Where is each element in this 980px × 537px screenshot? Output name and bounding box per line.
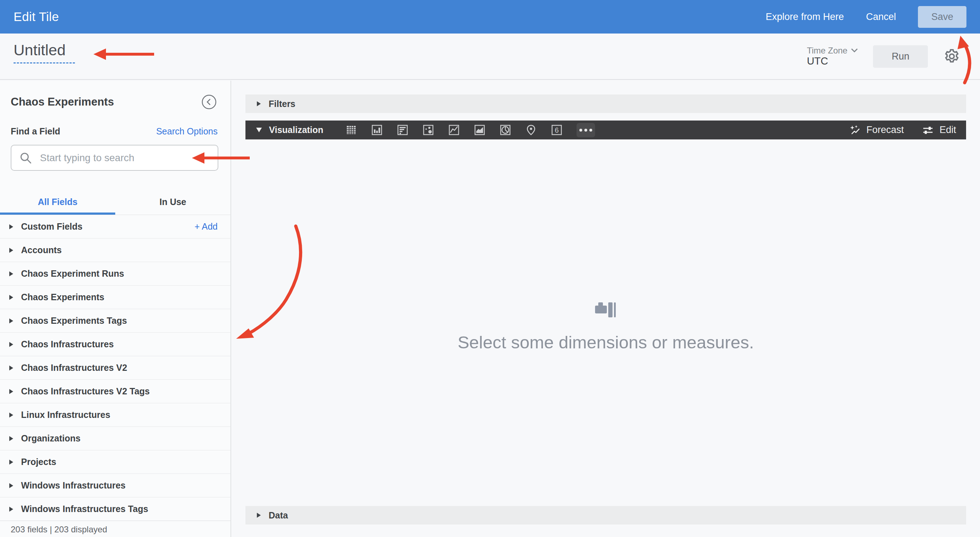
- settings-gear-icon[interactable]: [943, 48, 961, 65]
- tab-in-use[interactable]: In Use: [115, 187, 231, 214]
- caret-right-icon: [257, 101, 261, 106]
- caret-right-icon: [9, 507, 13, 512]
- field-group-row[interactable]: Chaos Infrastructures: [0, 333, 231, 356]
- viz-more-options-icon[interactable]: [576, 123, 595, 137]
- explore-main-area: Filters Visualization: [232, 81, 980, 537]
- field-group-label: Organizations: [21, 433, 81, 443]
- viz-type-picker: 6: [345, 121, 595, 140]
- viz-scatter-plot-icon[interactable]: [422, 124, 434, 136]
- forecast-sparkle-icon: [849, 124, 861, 136]
- page-title: Edit Tile: [14, 10, 59, 24]
- viz-empty-state: Select some dimensions or measures.: [245, 302, 966, 352]
- caret-right-icon: [9, 248, 13, 253]
- tune-sliders-icon: [922, 124, 934, 136]
- field-count-footer: 203 fields | 203 displayed: [0, 521, 231, 537]
- field-group-label: Windows Infrastructures: [21, 480, 126, 491]
- field-group-row[interactable]: Accounts: [0, 238, 231, 262]
- explore-title: Chaos Experiments: [11, 95, 114, 108]
- field-group-row[interactable]: Projects: [0, 450, 231, 474]
- field-group-label: Accounts: [21, 245, 62, 255]
- viz-column-chart-icon[interactable]: [371, 124, 383, 136]
- field-group-row[interactable]: Chaos Infrastructures V2: [0, 356, 231, 380]
- caret-right-icon: [9, 365, 13, 370]
- visualization-panel-header[interactable]: Visualization: [245, 121, 966, 140]
- search-options-link[interactable]: Search Options: [156, 126, 218, 137]
- header-actions: Explore from Here Cancel Save: [765, 6, 966, 28]
- search-icon: [19, 151, 32, 164]
- run-button[interactable]: Run: [873, 45, 928, 68]
- save-button[interactable]: Save: [918, 6, 966, 28]
- viz-toolbar-right: Forecast Edit: [849, 121, 956, 140]
- chevron-left-circle-icon: [201, 94, 217, 110]
- caret-right-icon: [9, 224, 13, 229]
- caret-right-icon: [9, 436, 13, 441]
- timezone-label: Time Zone: [807, 46, 848, 56]
- caret-right-icon: [9, 342, 13, 347]
- field-group-row[interactable]: Linux Infrastructures: [0, 403, 231, 427]
- visualization-label: Visualization: [269, 125, 323, 135]
- viz-area-chart-icon[interactable]: [474, 124, 485, 136]
- forecast-button[interactable]: Forecast: [849, 124, 904, 136]
- filters-label: Filters: [269, 99, 295, 109]
- field-group-label: Linux Infrastructures: [21, 410, 110, 420]
- edit-visualization-button[interactable]: Edit: [922, 124, 956, 136]
- collapse-sidebar-button[interactable]: [201, 94, 217, 110]
- caret-right-icon: [9, 295, 13, 300]
- app-header: Edit Tile Explore from Here Cancel Save: [0, 0, 980, 33]
- field-group-label: Chaos Experiments: [21, 292, 104, 302]
- viz-map-icon[interactable]: [525, 124, 537, 136]
- caret-down-icon: [256, 128, 262, 132]
- find-a-field-label: Find a Field: [11, 126, 60, 137]
- cancel-button[interactable]: Cancel: [866, 11, 896, 22]
- field-search-input[interactable]: [40, 152, 210, 164]
- viz-bar-chart-icon[interactable]: [397, 124, 409, 136]
- field-group-row[interactable]: Chaos Experiments Tags: [0, 309, 231, 333]
- caret-right-icon: [9, 318, 13, 323]
- explore-from-here-button[interactable]: Explore from Here: [765, 11, 844, 22]
- tile-title-input[interactable]: Untitled: [14, 41, 75, 64]
- field-count-text: 203 fields | 203 displayed: [11, 524, 107, 534]
- svg-text:6: 6: [555, 126, 559, 134]
- data-label: Data: [269, 510, 288, 521]
- edit-label: Edit: [939, 124, 956, 135]
- viz-table-icon[interactable]: [345, 124, 357, 136]
- field-tabs: All Fields In Use: [0, 187, 231, 214]
- viz-line-chart-icon[interactable]: [448, 124, 460, 136]
- field-group-label: Chaos Infrastructures V2: [21, 363, 127, 373]
- field-group-label: Chaos Experiment Runs: [21, 268, 124, 279]
- forecast-label: Forecast: [866, 124, 904, 135]
- viz-single-value-icon[interactable]: 6: [551, 124, 563, 136]
- field-group-label: Chaos Infrastructures: [21, 339, 114, 350]
- timezone-value: UTC: [807, 55, 858, 67]
- field-group-label: Chaos Experiments Tags: [21, 316, 127, 326]
- tab-all-fields[interactable]: All Fields: [0, 187, 115, 214]
- filters-panel-header[interactable]: Filters: [245, 94, 966, 113]
- field-group-label: Chaos Infrastructures V2 Tags: [21, 386, 150, 397]
- field-group-row[interactable]: Windows Infrastructures Tags: [0, 497, 231, 521]
- field-group-list: Custom Fields + Add Accounts Chaos Exper…: [0, 215, 231, 521]
- add-custom-field-button[interactable]: + Add: [194, 221, 218, 232]
- field-group-row[interactable]: Organizations: [0, 427, 231, 450]
- field-search-box[interactable]: [11, 145, 218, 171]
- timezone-selector[interactable]: Time Zone UTC: [807, 46, 858, 67]
- caret-right-icon: [9, 413, 13, 418]
- field-group-row[interactable]: Windows Infrastructures: [0, 474, 231, 497]
- custom-fields-row[interactable]: Custom Fields + Add: [0, 215, 231, 238]
- field-group-row[interactable]: Chaos Experiments: [0, 286, 231, 309]
- caret-right-icon: [9, 272, 13, 276]
- caret-right-icon: [9, 483, 13, 488]
- toolbar-right: Time Zone UTC Run: [807, 33, 961, 79]
- viz-pie-chart-icon[interactable]: [500, 124, 511, 136]
- toolbar: Untitled Time Zone UTC Run: [0, 33, 980, 80]
- custom-fields-label: Custom Fields: [21, 221, 83, 232]
- caret-right-icon: [257, 513, 261, 518]
- flashlight-icon: [594, 302, 617, 318]
- caret-right-icon: [9, 460, 13, 465]
- field-picker-sidebar: Chaos Experiments Find a Field Search Op…: [0, 81, 231, 537]
- empty-state-message: Select some dimensions or measures.: [458, 332, 754, 352]
- field-group-row[interactable]: Chaos Experiment Runs: [0, 262, 231, 286]
- field-group-label: Windows Infrastructures Tags: [21, 504, 148, 514]
- field-group-row[interactable]: Chaos Infrastructures V2 Tags: [0, 380, 231, 403]
- data-panel-header[interactable]: Data: [245, 506, 966, 524]
- field-group-label: Projects: [21, 457, 56, 467]
